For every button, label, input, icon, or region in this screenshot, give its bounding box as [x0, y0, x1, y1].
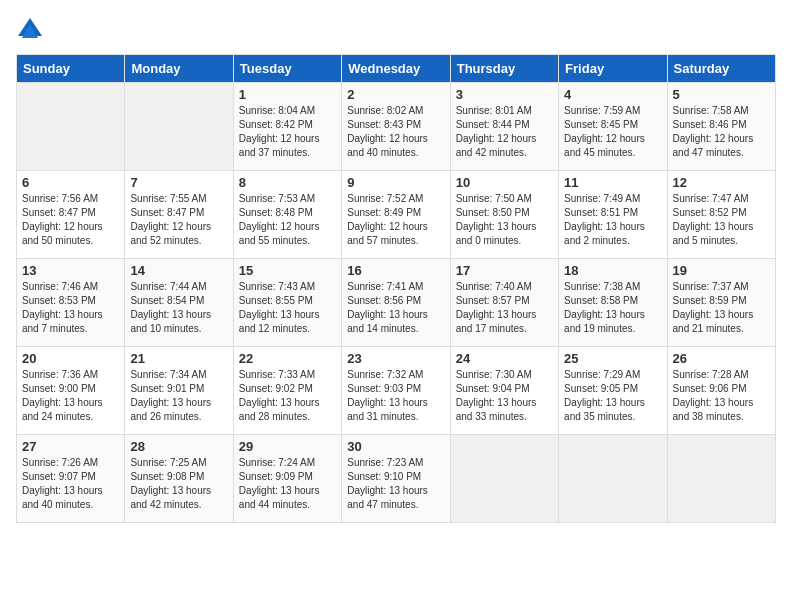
calendar-cell: 26Sunrise: 7:28 AMSunset: 9:06 PMDayligh… — [667, 347, 775, 435]
calendar-cell: 5Sunrise: 7:58 AMSunset: 8:46 PMDaylight… — [667, 83, 775, 171]
weekday-header: Friday — [559, 55, 667, 83]
cell-content: Sunrise: 7:33 AMSunset: 9:02 PMDaylight:… — [239, 368, 336, 424]
day-number: 4 — [564, 87, 661, 102]
calendar-body: 1Sunrise: 8:04 AMSunset: 8:42 PMDaylight… — [17, 83, 776, 523]
weekday-header: Saturday — [667, 55, 775, 83]
calendar-cell: 30Sunrise: 7:23 AMSunset: 9:10 PMDayligh… — [342, 435, 450, 523]
logo — [16, 16, 48, 44]
day-number: 29 — [239, 439, 336, 454]
day-number: 1 — [239, 87, 336, 102]
day-number: 18 — [564, 263, 661, 278]
cell-content: Sunrise: 7:40 AMSunset: 8:57 PMDaylight:… — [456, 280, 553, 336]
calendar-cell: 29Sunrise: 7:24 AMSunset: 9:09 PMDayligh… — [233, 435, 341, 523]
day-number: 20 — [22, 351, 119, 366]
cell-content: Sunrise: 7:56 AMSunset: 8:47 PMDaylight:… — [22, 192, 119, 248]
day-number: 15 — [239, 263, 336, 278]
calendar-cell: 25Sunrise: 7:29 AMSunset: 9:05 PMDayligh… — [559, 347, 667, 435]
cell-content: Sunrise: 7:50 AMSunset: 8:50 PMDaylight:… — [456, 192, 553, 248]
calendar-cell: 18Sunrise: 7:38 AMSunset: 8:58 PMDayligh… — [559, 259, 667, 347]
day-number: 7 — [130, 175, 227, 190]
calendar-cell: 28Sunrise: 7:25 AMSunset: 9:08 PMDayligh… — [125, 435, 233, 523]
day-number: 17 — [456, 263, 553, 278]
logo-icon — [16, 16, 44, 44]
cell-content: Sunrise: 7:28 AMSunset: 9:06 PMDaylight:… — [673, 368, 770, 424]
day-number: 14 — [130, 263, 227, 278]
calendar-cell — [450, 435, 558, 523]
calendar-cell: 2Sunrise: 8:02 AMSunset: 8:43 PMDaylight… — [342, 83, 450, 171]
cell-content: Sunrise: 7:36 AMSunset: 9:00 PMDaylight:… — [22, 368, 119, 424]
cell-content: Sunrise: 7:59 AMSunset: 8:45 PMDaylight:… — [564, 104, 661, 160]
calendar-cell: 8Sunrise: 7:53 AMSunset: 8:48 PMDaylight… — [233, 171, 341, 259]
cell-content: Sunrise: 7:25 AMSunset: 9:08 PMDaylight:… — [130, 456, 227, 512]
header — [16, 16, 776, 44]
calendar-cell: 19Sunrise: 7:37 AMSunset: 8:59 PMDayligh… — [667, 259, 775, 347]
calendar-cell — [559, 435, 667, 523]
day-number: 26 — [673, 351, 770, 366]
cell-content: Sunrise: 7:43 AMSunset: 8:55 PMDaylight:… — [239, 280, 336, 336]
day-number: 8 — [239, 175, 336, 190]
day-number: 28 — [130, 439, 227, 454]
day-number: 13 — [22, 263, 119, 278]
cell-content: Sunrise: 8:01 AMSunset: 8:44 PMDaylight:… — [456, 104, 553, 160]
calendar-cell: 16Sunrise: 7:41 AMSunset: 8:56 PMDayligh… — [342, 259, 450, 347]
day-number: 5 — [673, 87, 770, 102]
weekday-header: Monday — [125, 55, 233, 83]
calendar-cell: 24Sunrise: 7:30 AMSunset: 9:04 PMDayligh… — [450, 347, 558, 435]
calendar-cell — [667, 435, 775, 523]
calendar-cell: 12Sunrise: 7:47 AMSunset: 8:52 PMDayligh… — [667, 171, 775, 259]
calendar-cell: 20Sunrise: 7:36 AMSunset: 9:00 PMDayligh… — [17, 347, 125, 435]
calendar-cell: 10Sunrise: 7:50 AMSunset: 8:50 PMDayligh… — [450, 171, 558, 259]
calendar-cell: 3Sunrise: 8:01 AMSunset: 8:44 PMDaylight… — [450, 83, 558, 171]
cell-content: Sunrise: 7:44 AMSunset: 8:54 PMDaylight:… — [130, 280, 227, 336]
cell-content: Sunrise: 7:41 AMSunset: 8:56 PMDaylight:… — [347, 280, 444, 336]
calendar-cell: 6Sunrise: 7:56 AMSunset: 8:47 PMDaylight… — [17, 171, 125, 259]
calendar-cell — [17, 83, 125, 171]
day-number: 24 — [456, 351, 553, 366]
calendar-week: 6Sunrise: 7:56 AMSunset: 8:47 PMDaylight… — [17, 171, 776, 259]
cell-content: Sunrise: 7:34 AMSunset: 9:01 PMDaylight:… — [130, 368, 227, 424]
day-number: 9 — [347, 175, 444, 190]
calendar-week: 27Sunrise: 7:26 AMSunset: 9:07 PMDayligh… — [17, 435, 776, 523]
cell-content: Sunrise: 7:30 AMSunset: 9:04 PMDaylight:… — [456, 368, 553, 424]
cell-content: Sunrise: 8:04 AMSunset: 8:42 PMDaylight:… — [239, 104, 336, 160]
day-number: 16 — [347, 263, 444, 278]
cell-content: Sunrise: 7:49 AMSunset: 8:51 PMDaylight:… — [564, 192, 661, 248]
calendar-cell: 17Sunrise: 7:40 AMSunset: 8:57 PMDayligh… — [450, 259, 558, 347]
day-number: 25 — [564, 351, 661, 366]
calendar-cell: 23Sunrise: 7:32 AMSunset: 9:03 PMDayligh… — [342, 347, 450, 435]
weekday-header: Wednesday — [342, 55, 450, 83]
calendar-cell: 1Sunrise: 8:04 AMSunset: 8:42 PMDaylight… — [233, 83, 341, 171]
weekday-header: Thursday — [450, 55, 558, 83]
day-number: 10 — [456, 175, 553, 190]
cell-content: Sunrise: 7:47 AMSunset: 8:52 PMDaylight:… — [673, 192, 770, 248]
cell-content: Sunrise: 7:55 AMSunset: 8:47 PMDaylight:… — [130, 192, 227, 248]
day-number: 3 — [456, 87, 553, 102]
calendar-cell — [125, 83, 233, 171]
calendar-cell: 7Sunrise: 7:55 AMSunset: 8:47 PMDaylight… — [125, 171, 233, 259]
day-number: 2 — [347, 87, 444, 102]
weekday-header: Sunday — [17, 55, 125, 83]
day-number: 22 — [239, 351, 336, 366]
calendar-cell: 22Sunrise: 7:33 AMSunset: 9:02 PMDayligh… — [233, 347, 341, 435]
day-number: 27 — [22, 439, 119, 454]
day-number: 30 — [347, 439, 444, 454]
day-number: 11 — [564, 175, 661, 190]
cell-content: Sunrise: 7:29 AMSunset: 9:05 PMDaylight:… — [564, 368, 661, 424]
calendar-cell: 14Sunrise: 7:44 AMSunset: 8:54 PMDayligh… — [125, 259, 233, 347]
cell-content: Sunrise: 7:26 AMSunset: 9:07 PMDaylight:… — [22, 456, 119, 512]
calendar-week: 13Sunrise: 7:46 AMSunset: 8:53 PMDayligh… — [17, 259, 776, 347]
day-number: 19 — [673, 263, 770, 278]
cell-content: Sunrise: 7:52 AMSunset: 8:49 PMDaylight:… — [347, 192, 444, 248]
calendar-cell: 4Sunrise: 7:59 AMSunset: 8:45 PMDaylight… — [559, 83, 667, 171]
cell-content: Sunrise: 7:24 AMSunset: 9:09 PMDaylight:… — [239, 456, 336, 512]
calendar-cell: 13Sunrise: 7:46 AMSunset: 8:53 PMDayligh… — [17, 259, 125, 347]
day-number: 21 — [130, 351, 227, 366]
calendar-cell: 27Sunrise: 7:26 AMSunset: 9:07 PMDayligh… — [17, 435, 125, 523]
calendar-week: 20Sunrise: 7:36 AMSunset: 9:00 PMDayligh… — [17, 347, 776, 435]
calendar-header: SundayMondayTuesdayWednesdayThursdayFrid… — [17, 55, 776, 83]
day-number: 6 — [22, 175, 119, 190]
calendar-cell: 15Sunrise: 7:43 AMSunset: 8:55 PMDayligh… — [233, 259, 341, 347]
cell-content: Sunrise: 7:32 AMSunset: 9:03 PMDaylight:… — [347, 368, 444, 424]
cell-content: Sunrise: 7:23 AMSunset: 9:10 PMDaylight:… — [347, 456, 444, 512]
cell-content: Sunrise: 7:53 AMSunset: 8:48 PMDaylight:… — [239, 192, 336, 248]
